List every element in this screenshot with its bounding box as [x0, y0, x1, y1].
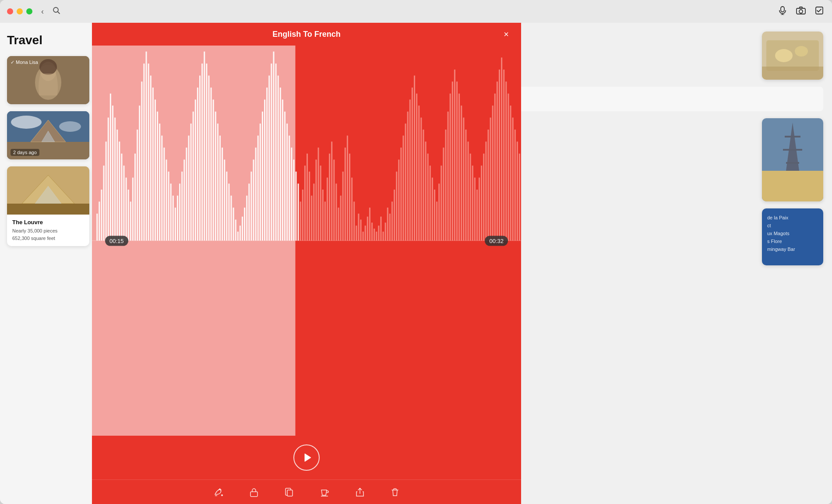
svg-rect-102	[445, 130, 446, 241]
close-button[interactable]	[7, 8, 13, 14]
svg-rect-110	[463, 117, 464, 240]
modal-title: English To French	[272, 30, 341, 39]
svg-rect-70	[374, 229, 375, 240]
svg-rect-91	[420, 117, 422, 240]
play-button-area	[92, 436, 521, 479]
svg-rect-38	[302, 190, 303, 241]
back-icon[interactable]: ‹	[41, 7, 44, 16]
time-badge-left: 00:15	[105, 236, 128, 246]
checklist-icon[interactable]	[815, 7, 823, 17]
svg-rect-86	[409, 99, 411, 240]
svg-rect-30	[762, 171, 823, 201]
svg-rect-69	[371, 222, 373, 240]
camera-icon[interactable]	[796, 7, 806, 17]
svg-rect-88	[414, 76, 415, 241]
svg-rect-103	[448, 112, 449, 241]
svg-rect-120	[485, 141, 487, 240]
svg-rect-100	[441, 166, 442, 240]
card-pyramid[interactable]: 2 days ago	[7, 111, 89, 159]
microphone-icon[interactable]	[779, 6, 786, 17]
svg-rect-117	[479, 178, 480, 241]
waveform-canvas[interactable]: 00:15 00:32	[92, 46, 521, 436]
svg-rect-34	[786, 162, 799, 164]
list-item: mingway Bar	[767, 245, 818, 253]
card-louvre-title: The Louvre	[12, 219, 84, 226]
svg-rect-105	[452, 81, 453, 240]
svg-rect-128	[503, 70, 504, 241]
play-button[interactable]	[293, 444, 320, 471]
svg-rect-61	[353, 201, 355, 240]
waveform-container[interactable]: 00:15 00:32	[92, 46, 521, 479]
svg-rect-81	[398, 159, 399, 240]
svg-rect-64	[360, 220, 362, 241]
lock-icon[interactable]	[250, 487, 258, 497]
card-mona-lisa[interactable]: ✓ Mona Lisa	[7, 56, 89, 104]
titlebar-nav: ‹	[41, 7, 60, 17]
svg-rect-84	[405, 123, 406, 240]
svg-rect-97	[434, 190, 435, 241]
list-item: de la Paix	[767, 214, 818, 222]
svg-rect-80	[396, 172, 397, 241]
paint-bucket-icon[interactable]	[214, 487, 223, 497]
svg-rect-87	[412, 88, 413, 241]
svg-rect-42	[311, 196, 312, 241]
svg-rect-57	[345, 148, 346, 240]
titlebar-right	[779, 0, 823, 23]
svg-rect-56	[342, 172, 344, 241]
svg-rect-132	[512, 117, 514, 240]
minimize-button[interactable]	[17, 8, 23, 14]
svg-rect-129	[505, 81, 507, 240]
svg-rect-75	[385, 222, 386, 240]
svg-rect-54	[338, 208, 339, 240]
svg-rect-113	[470, 154, 471, 241]
svg-rect-107	[456, 81, 458, 240]
time-badge-right: 00:32	[485, 236, 508, 246]
svg-rect-37	[300, 201, 301, 240]
coffee-cup-icon[interactable]	[320, 487, 329, 497]
svg-rect-94	[427, 154, 429, 241]
card-louvre[interactable]: The Louvre Nearly 35,000 pieces 652,300 …	[7, 166, 89, 246]
maximize-button[interactable]	[26, 8, 32, 14]
search-icon[interactable]	[53, 7, 60, 17]
app-window: ‹	[0, 0, 832, 504]
svg-rect-116	[476, 190, 478, 241]
sidebar: Travel ✓ Mona Lisa	[0, 23, 96, 504]
svg-rect-108	[458, 94, 460, 241]
svg-rect-98	[436, 201, 437, 240]
svg-rect-101	[443, 148, 444, 240]
card-mona-lisa-badge: ✓ Mona Lisa	[11, 60, 38, 65]
content-area: Travel ✓ Mona Lisa	[0, 23, 832, 504]
svg-rect-112	[468, 141, 469, 240]
card-louvre-image	[7, 166, 89, 215]
svg-rect-45	[318, 148, 319, 240]
trash-icon[interactable]	[391, 487, 399, 497]
svg-rect-82	[400, 148, 402, 240]
svg-rect-109	[461, 106, 462, 240]
svg-rect-71	[376, 232, 377, 241]
svg-point-27	[795, 46, 808, 56]
modal-close-button[interactable]: ×	[500, 28, 512, 40]
copy-icon[interactable]	[285, 487, 293, 497]
svg-rect-53	[335, 183, 337, 240]
svg-rect-121	[487, 130, 489, 241]
svg-rect-111	[465, 130, 466, 241]
modal-header: English To French ×	[92, 23, 521, 46]
svg-rect-226	[298, 183, 299, 240]
svg-rect-225	[295, 172, 296, 241]
svg-rect-79	[394, 190, 395, 241]
svg-rect-47	[322, 190, 324, 241]
svg-line-1	[58, 11, 60, 14]
svg-rect-232	[287, 490, 293, 496]
svg-rect-115	[474, 178, 476, 241]
svg-rect-41	[309, 172, 310, 241]
svg-rect-74	[383, 232, 384, 241]
svg-rect-55	[340, 196, 342, 241]
svg-rect-125	[497, 81, 498, 240]
share-icon[interactable]	[356, 487, 364, 497]
svg-rect-93	[425, 141, 427, 240]
svg-rect-122	[490, 117, 491, 240]
svg-point-26	[775, 49, 793, 62]
svg-rect-43	[313, 183, 314, 240]
card-mona-lisa-image: ✓ Mona Lisa	[7, 56, 89, 104]
list-item: s Flore	[767, 237, 818, 245]
